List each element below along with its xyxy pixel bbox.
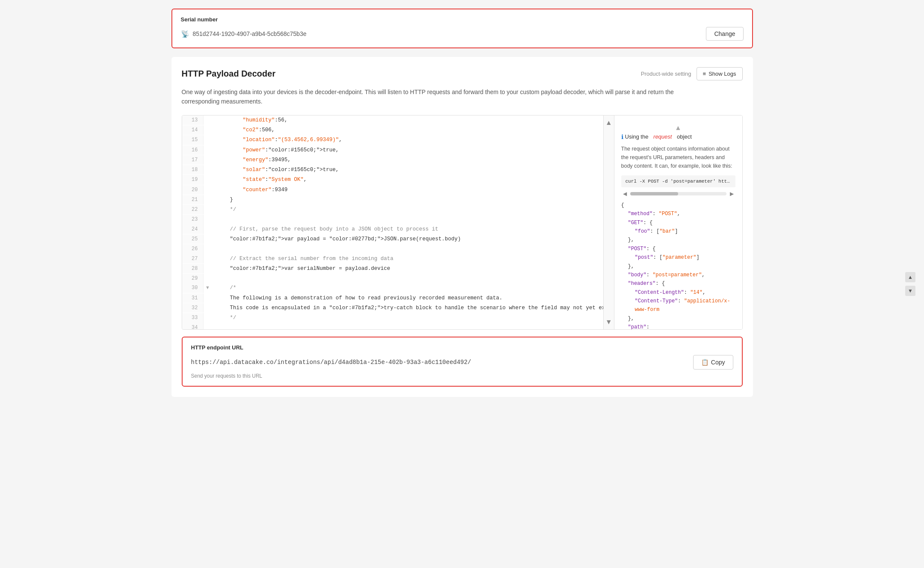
line-number: 26 <box>182 244 204 254</box>
line-number: 32 <box>182 303 204 313</box>
line-number: 34 <box>182 323 204 329</box>
code-line: 27 // Extract the serial number from the… <box>182 254 603 264</box>
line-number: 25 <box>182 234 204 244</box>
code-editor[interactable]: 13 "humidity":56,14 "co2":506,15 "locati… <box>182 115 603 329</box>
product-wide-label: Product-wide setting <box>641 71 691 77</box>
line-number: 31 <box>182 293 204 303</box>
copy-button[interactable]: 📋 Copy <box>693 355 733 370</box>
line-code-content: } <box>212 195 603 205</box>
page-scroll-arrows: ▲ ▼ <box>905 272 915 296</box>
json-content-type: "Content-Type": "application/x-www-form <box>635 297 735 314</box>
code-line: 13 "humidity":56, <box>182 115 603 125</box>
panel-title: ℹ Using the request object <box>621 133 735 140</box>
line-code-content <box>212 274 603 275</box>
decoder-header: HTTP Payload Decoder Product-wide settin… <box>182 67 743 80</box>
change-button[interactable]: Change <box>706 27 743 41</box>
serial-label: Serial number <box>181 16 744 23</box>
copy-label: Copy <box>711 359 725 366</box>
endpoint-label: HTTP endpoint URL <box>191 344 733 351</box>
code-scroll-arrows: ▲ ▼ <box>603 115 614 329</box>
line-code-content: "humidity":56, <box>212 115 603 125</box>
line-fold-arrow <box>204 115 212 116</box>
serial-value: 📡 851d2744-1920-4907-a9b4-5cb568c75b3e <box>181 30 307 38</box>
line-number: 24 <box>182 225 204 234</box>
line-number: 19 <box>182 175 204 184</box>
code-line: 20 "counter":9349 <box>182 185 603 195</box>
line-code-content: "state":"System OK", <box>212 175 603 185</box>
line-fold-arrow[interactable]: ▼ <box>204 283 212 292</box>
code-line: 25 "color:#7b1fa2;">var payload = "color… <box>182 234 603 244</box>
line-number: 17 <box>182 155 204 165</box>
scroll-down-arrow[interactable]: ▼ <box>605 318 612 326</box>
line-code-content: "counter":9349 <box>212 185 603 195</box>
json-line-brace-open: { <box>621 201 735 210</box>
line-fold-arrow <box>204 125 212 126</box>
line-code-content <box>212 244 603 245</box>
line-fold-arrow <box>204 244 212 245</box>
panel-info-text2: object <box>677 133 692 140</box>
endpoint-section: HTTP endpoint URL https://api.datacake.c… <box>182 337 743 387</box>
scroll-up-arrow[interactable]: ▲ <box>605 119 612 127</box>
line-number: 20 <box>182 185 204 195</box>
decoder-description: One way of ingesting data into your devi… <box>182 87 695 106</box>
json-headers-key: "headers": { <box>628 279 735 288</box>
line-fold-arrow <box>204 234 212 235</box>
page-scroll-down-button[interactable]: ▼ <box>905 286 915 296</box>
decoder-section: HTTP Payload Decoder Product-wide settin… <box>171 57 753 397</box>
horizontal-scrollbar: ◀ ▶ <box>621 191 735 197</box>
copy-icon: 📋 <box>701 359 708 366</box>
page-scroll-up-button[interactable]: ▲ <box>905 272 915 282</box>
line-fold-arrow <box>204 293 212 294</box>
line-code-content: "power":"color:#1565c0;">true, <box>212 145 603 155</box>
panel-description: The request object contains information … <box>621 145 735 170</box>
code-line: 15 "location":"(53.4562,6.99349)", <box>182 135 603 145</box>
code-line: 22 */ <box>182 205 603 215</box>
json-get-key: "GET": { <box>628 219 735 227</box>
scroll-left-arrow[interactable]: ◀ <box>621 191 629 197</box>
line-fold-arrow <box>204 274 212 275</box>
line-number: 22 <box>182 205 204 214</box>
line-number: 23 <box>182 215 204 224</box>
line-code-content: The following is a demonstration of how … <box>212 293 603 303</box>
line-number: 21 <box>182 195 204 204</box>
panel-scroll-up[interactable]: ▲ <box>621 122 735 133</box>
line-number: 16 <box>182 145 204 155</box>
line-fold-arrow <box>204 185 212 186</box>
line-number: 28 <box>182 264 204 273</box>
code-line: 32 This code is encapsulated in a "color… <box>182 303 603 313</box>
code-line: 21 } <box>182 195 603 205</box>
show-logs-button[interactable]: ≡ Show Logs <box>697 67 743 80</box>
code-line: 18 "solar":"color:#1565c0;">true, <box>182 165 603 175</box>
code-line: 28 "color:#7b1fa2;">var serialNumber = p… <box>182 264 603 274</box>
json-post-key: "POST": { <box>628 245 735 253</box>
code-line: 19 "state":"System OK", <box>182 175 603 185</box>
line-code-content: This code is encapsulated in a "color:#7… <box>212 303 603 313</box>
serial-number-text: 851d2744-1920-4907-a9b4-5cb568c75b3e <box>193 30 307 37</box>
line-fold-arrow <box>204 215 212 216</box>
scroll-right-arrow[interactable]: ▶ <box>728 191 735 197</box>
json-method-key: "method": "POST", <box>628 210 735 218</box>
panel-keyword: request <box>653 133 672 140</box>
endpoint-wrapper: HTTP endpoint URL https://api.datacake.c… <box>182 337 743 397</box>
line-code-content: "color:#7b1fa2;">var serialNumber = payl… <box>212 264 603 274</box>
serial-section: Serial number 📡 851d2744-1920-4907-a9b4-… <box>171 9 753 48</box>
code-line: 16 "power":"color:#1565c0;">true, <box>182 145 603 155</box>
line-number: 33 <box>182 313 204 322</box>
line-code-content: // First, parse the request body into a … <box>212 225 603 234</box>
line-code-content: */ <box>212 313 603 323</box>
device-icon: 📡 <box>181 30 189 38</box>
serial-input-row: 📡 851d2744-1920-4907-a9b4-5cb568c75b3e C… <box>181 27 744 41</box>
code-line: 17 "energy":39495, <box>182 155 603 165</box>
json-post-close: }, <box>628 262 735 271</box>
endpoint-row: https://api.datacake.co/integrations/api… <box>191 355 733 370</box>
line-fold-arrow <box>204 165 212 166</box>
decoder-title: HTTP Payload Decoder <box>182 69 276 79</box>
json-panel: { "method": "POST", "GET": { "foo": ["ba… <box>621 201 735 329</box>
line-code-content <box>212 323 603 324</box>
line-number: 13 <box>182 115 204 125</box>
line-code-content: // Extract the serial number from the in… <box>212 254 603 264</box>
json-post-param: "post": ["parameter"] <box>635 253 735 262</box>
line-fold-arrow <box>204 225 212 225</box>
scroll-track[interactable] <box>630 192 726 195</box>
line-code-content: */ <box>212 205 603 215</box>
